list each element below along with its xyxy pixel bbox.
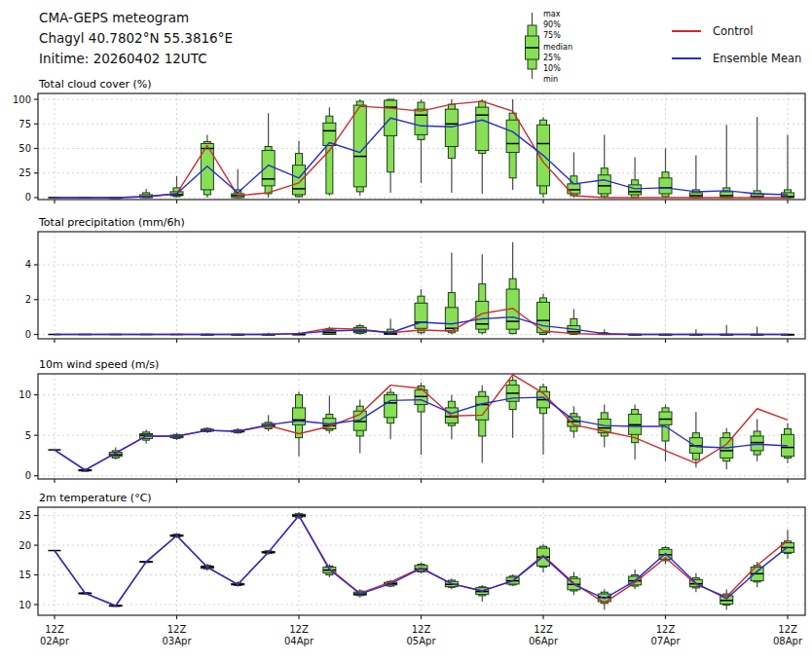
svg-text:06Apr: 06Apr — [529, 636, 559, 646]
svg-text:25: 25 — [18, 167, 31, 178]
meteogram-page: CMA-GEPS meteogram Chagyl 40.7802°N 55.3… — [0, 0, 812, 662]
svg-text:2: 2 — [25, 294, 31, 305]
svg-text:12Z: 12Z — [534, 624, 553, 635]
svg-text:12Z: 12Z — [45, 624, 64, 635]
svg-text:12Z: 12Z — [412, 624, 431, 635]
svg-text:03Apr: 03Apr — [162, 636, 192, 646]
svg-text:20: 20 — [18, 540, 31, 551]
svg-text:100: 100 — [13, 94, 31, 105]
svg-text:50: 50 — [18, 143, 31, 154]
svg-text:12Z: 12Z — [289, 624, 309, 635]
svg-text:04Apr: 04Apr — [284, 636, 314, 646]
svg-text:5: 5 — [25, 430, 31, 441]
svg-text:02Apr: 02Apr — [40, 636, 70, 646]
svg-text:08Apr: 08Apr — [773, 636, 803, 646]
svg-text:4: 4 — [25, 259, 31, 270]
svg-text:12Z: 12Z — [656, 624, 676, 635]
svg-text:12Z: 12Z — [778, 624, 797, 635]
svg-text:10: 10 — [18, 389, 31, 400]
svg-text:12Z: 12Z — [167, 624, 187, 635]
svg-text:05Apr: 05Apr — [406, 636, 436, 646]
svg-text:0: 0 — [25, 192, 31, 202]
svg-text:75: 75 — [18, 119, 31, 129]
meteogram-chart: 025507510002405101015202512Z02Apr12Z03Ap… — [0, 0, 812, 662]
svg-text:25: 25 — [18, 510, 31, 521]
svg-text:10: 10 — [18, 600, 31, 610]
svg-text:0: 0 — [25, 329, 31, 340]
svg-text:15: 15 — [18, 570, 31, 580]
svg-text:07Apr: 07Apr — [650, 636, 681, 646]
svg-text:0: 0 — [25, 470, 31, 481]
